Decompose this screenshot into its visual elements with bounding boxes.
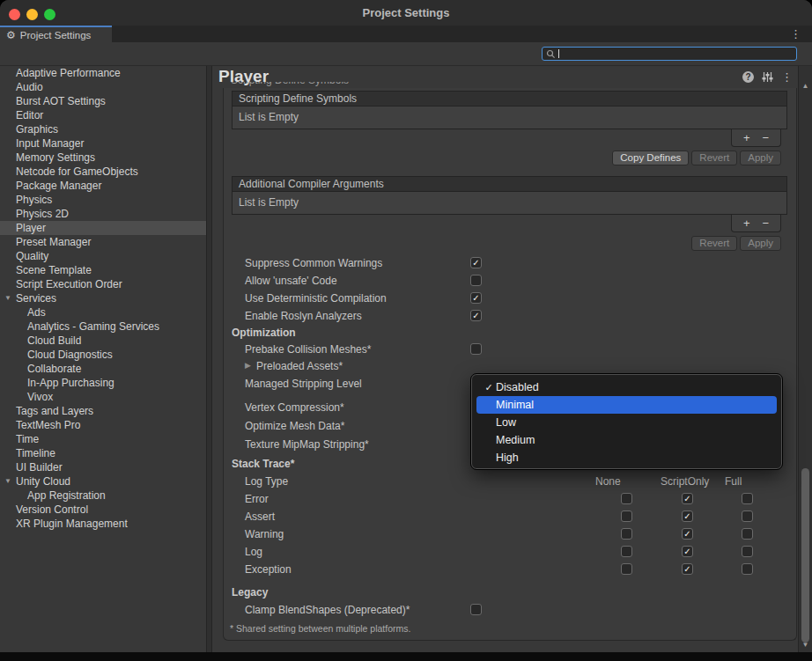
search-input[interactable] xyxy=(542,47,797,61)
prebake-collision-meshes-checkbox[interactable] xyxy=(470,343,482,355)
log-full-checkbox[interactable] xyxy=(742,546,753,557)
log-type-label: Log Type xyxy=(245,475,288,488)
sidebar-item-audio[interactable]: Audio xyxy=(0,80,206,94)
error-row-label: Error xyxy=(245,493,269,505)
foldout-triangle-icon[interactable]: ▶ xyxy=(245,361,251,370)
sidebar-item-time[interactable]: Time xyxy=(0,432,206,446)
player-settings-content: Scripting Define Symbols List is Empty +… xyxy=(223,88,797,641)
apply-arguments-button[interactable]: Apply xyxy=(740,236,781,251)
menu-item-high[interactable]: High xyxy=(472,449,781,466)
sidebar-item-analytics-gaming-services[interactable]: Analytics - Gaming Services xyxy=(0,319,206,334)
allow-unsafe-code-checkbox[interactable] xyxy=(470,275,482,286)
log-none-checkbox[interactable] xyxy=(621,546,632,557)
presets-sliders-icon[interactable] xyxy=(762,71,773,83)
sidebar-item-scene-template[interactable]: Scene Template xyxy=(0,263,206,277)
assert-none-checkbox[interactable] xyxy=(621,510,632,522)
menu-item-medium[interactable]: Medium xyxy=(472,431,781,449)
sidebar-item-physics-2d[interactable]: Physics 2D xyxy=(0,207,206,221)
define-symbols-list-controls: + − xyxy=(731,129,781,147)
assert-full-checkbox[interactable] xyxy=(742,510,753,522)
sidebar-item-timeline[interactable]: Timeline xyxy=(0,446,206,460)
revert-defines-button[interactable]: Revert xyxy=(691,151,737,165)
menu-item-low[interactable]: Low xyxy=(472,414,781,431)
log-row-label: Log xyxy=(245,546,262,558)
sidebar-item-cloud-build[interactable]: Cloud Build xyxy=(0,334,206,348)
tab-menu-kebab-icon[interactable]: ⋮ xyxy=(790,27,801,40)
warning-none-checkbox[interactable] xyxy=(621,528,632,540)
sidebar-item-burst-aot-settings[interactable]: Burst AOT Settings xyxy=(0,94,206,108)
enable-roslyn-analyzers-checkbox[interactable]: ✓ xyxy=(470,310,482,321)
sidebar-item-script-execution-order[interactable]: Script Execution Order xyxy=(0,277,206,291)
tab-label: Project Settings xyxy=(20,30,92,40)
suppress-common-warnings-checkbox[interactable]: ✓ xyxy=(470,257,482,268)
sidebar-item-cloud-diagnostics[interactable]: Cloud Diagnostics xyxy=(0,348,206,362)
sidebar-item-xr-plugin-management[interactable]: XR Plugin Management xyxy=(0,517,206,531)
sidebar-item-memory-settings[interactable]: Memory Settings xyxy=(0,151,206,165)
sidebar-item-editor[interactable]: Editor xyxy=(0,108,206,122)
sidebar-item-ads[interactable]: Ads xyxy=(0,305,206,319)
sidebar-item-services[interactable]: ▼Services xyxy=(0,291,206,305)
warning-full-checkbox[interactable] xyxy=(742,528,753,540)
error-none-checkbox[interactable] xyxy=(621,493,632,504)
exception-full-checkbox[interactable] xyxy=(742,563,753,575)
scroll-down-arrow-icon[interactable]: ▼ xyxy=(799,641,812,649)
log-scriptonly-checkbox[interactable]: ✓ xyxy=(682,546,693,557)
scroll-up-arrow-icon[interactable]: ▲ xyxy=(799,82,812,90)
sidebar-item-player[interactable]: Player xyxy=(0,221,206,235)
sidebar-item-adaptive-performance[interactable]: Adaptive Performance xyxy=(0,66,206,80)
remove-item-button[interactable]: − xyxy=(763,132,770,143)
allow-unsafe-code-label: Allow 'unsafe' Code xyxy=(245,275,337,287)
copy-defines-button[interactable]: Copy Defines xyxy=(612,151,689,165)
exception-row-label: Exception xyxy=(245,563,292,576)
exception-scriptonly-checkbox[interactable]: ✓ xyxy=(682,563,693,575)
add-item-button[interactable]: + xyxy=(743,217,750,229)
scrollbar-thumb[interactable] xyxy=(801,468,809,643)
assert-scriptonly-checkbox[interactable]: ✓ xyxy=(682,510,693,522)
help-icon[interactable]: ? xyxy=(742,71,754,83)
scripting-define-symbols-header: Scripting Define Symbols xyxy=(232,91,787,106)
add-item-button[interactable]: + xyxy=(743,132,750,143)
player-settings-panel: Player ? ⋮ Scripting Define Symbols Scri… xyxy=(212,66,798,652)
sidebar-item-vivox[interactable]: Vivox xyxy=(0,390,206,404)
sidebar-item-netcode-for-gameobjects[interactable]: Netcode for GameObjects xyxy=(0,165,206,179)
sidebar-item-preset-manager[interactable]: Preset Manager xyxy=(0,235,206,249)
sidebar-item-in-app-purchasing[interactable]: In-App Purchasing xyxy=(0,376,206,390)
sidebar-item-quality[interactable]: Quality xyxy=(0,249,206,263)
collapse-triangle-icon[interactable]: ▼ xyxy=(4,291,11,305)
clamp-blendshapes-checkbox[interactable] xyxy=(470,604,482,615)
sidebar-item-collaborate[interactable]: Collaborate xyxy=(0,362,206,376)
sidebar-item-graphics[interactable]: Graphics xyxy=(0,122,206,136)
sidebar-item-tags-and-layers[interactable]: Tags and Layers xyxy=(0,404,206,418)
sidebar-item-ui-builder[interactable]: UI Builder xyxy=(0,460,206,474)
revert-arguments-button[interactable]: Revert xyxy=(691,236,737,251)
error-scriptonly-checkbox[interactable]: ✓ xyxy=(682,493,693,504)
sidebar-item-version-control[interactable]: Version Control xyxy=(0,503,206,517)
warning-scriptonly-checkbox[interactable]: ✓ xyxy=(682,528,693,540)
menu-item-minimal[interactable]: Minimal xyxy=(476,396,777,414)
sidebar-item-physics[interactable]: Physics xyxy=(0,193,206,207)
settings-category-list: Adaptive Performance Audio Burst AOT Set… xyxy=(0,66,206,652)
sidebar-splitter[interactable] xyxy=(206,66,212,652)
check-icon: ✓ xyxy=(483,378,495,396)
use-deterministic-compilation-checkbox[interactable]: ✓ xyxy=(470,292,482,304)
sidebar-item-input-manager[interactable]: Input Manager xyxy=(0,136,206,151)
sidebar-item-textmesh-pro[interactable]: TextMesh Pro xyxy=(0,418,206,432)
clipped-scrolled-row: Scripting Define Symbols xyxy=(231,82,424,87)
exception-none-checkbox[interactable] xyxy=(621,563,632,575)
apply-defines-button[interactable]: Apply xyxy=(740,151,781,165)
panel-menu-kebab-icon[interactable]: ⋮ xyxy=(781,71,793,83)
menu-item-disabled[interactable]: ✓ Disabled xyxy=(472,378,781,396)
remove-item-button[interactable]: − xyxy=(763,217,770,229)
managed-stripping-level-dropdown-menu: ✓ Disabled Minimal Low Medium High xyxy=(471,374,782,469)
collapse-triangle-icon[interactable]: ▼ xyxy=(4,474,11,488)
tab-project-settings[interactable]: ⚙ Project Settings xyxy=(0,26,112,42)
enable-roslyn-analyzers-label: Enable Roslyn Analyzers xyxy=(245,310,362,322)
sidebar-item-app-registration[interactable]: App Registration xyxy=(0,488,206,503)
window-title: Project Settings xyxy=(0,6,812,19)
sidebar-item-unity-cloud[interactable]: ▼Unity Cloud xyxy=(0,474,206,488)
vertical-scrollbar[interactable]: ▲ ▼ xyxy=(798,66,812,652)
sidebar-item-package-manager[interactable]: Package Manager xyxy=(0,179,206,193)
column-header-full: Full xyxy=(725,475,742,488)
error-full-checkbox[interactable] xyxy=(742,493,753,504)
assert-row-label: Assert xyxy=(245,510,275,523)
